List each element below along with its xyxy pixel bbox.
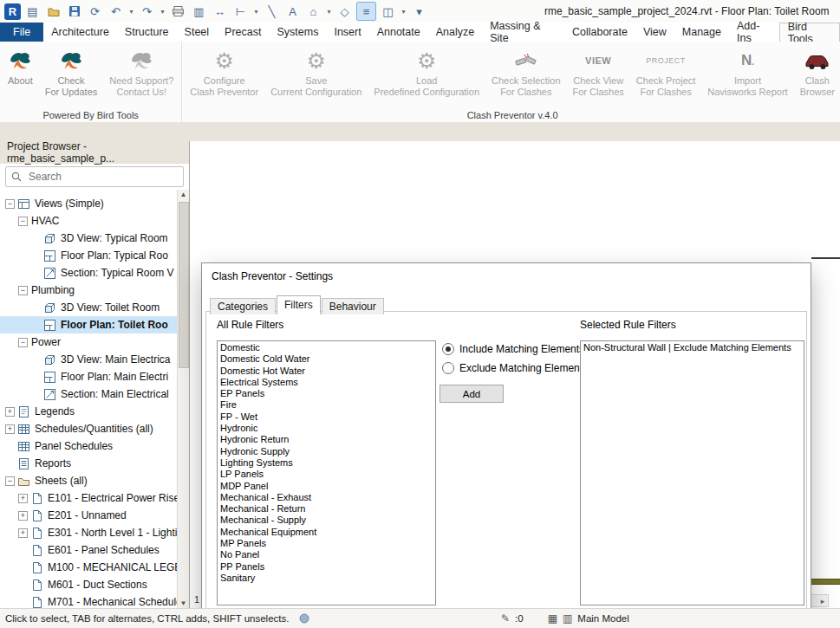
collapse-icon[interactable]: − <box>5 476 15 486</box>
thin-lines-icon[interactable]: ≡ <box>356 2 376 21</box>
dialog-tab-filters[interactable]: Filters <box>277 295 321 314</box>
add-button[interactable]: Add <box>440 385 504 403</box>
tree-item-e201-unnamed[interactable]: +E201 - Unnamed <box>0 507 189 524</box>
scrollbar-thumb[interactable] <box>179 202 189 368</box>
sync-with-central-icon[interactable]: ⟳ <box>86 3 104 20</box>
rule-filter-option[interactable]: Hydronic Return <box>218 434 435 445</box>
scroll-up-icon[interactable]: ▲ <box>178 190 189 200</box>
selected-rule-filters-listbox[interactable]: Non-Structural Wall | Exclude Matching E… <box>580 340 804 605</box>
ribbon-tab-analyze[interactable]: Analyze <box>428 23 482 42</box>
tree-item-3d-view-main-electrica[interactable]: 3D View: Main Electrica <box>0 351 189 368</box>
rule-filter-option[interactable]: Sanitary <box>218 573 435 584</box>
ribbon-tab-bird-tools[interactable]: Bird Tools <box>779 23 840 42</box>
save-icon[interactable] <box>65 3 83 20</box>
tree-item-views-simple[interactable]: −Views (Simple) <box>0 195 189 212</box>
collapse-icon[interactable]: − <box>18 286 28 295</box>
rule-filter-option[interactable]: Mechanical - Supply <box>218 515 435 526</box>
expand-icon[interactable]: + <box>5 424 15 434</box>
ribbon-tab-manage[interactable]: Manage <box>674 23 729 42</box>
preview-icon[interactable]: ▥ <box>190 3 208 20</box>
design-options-icon[interactable]: ▥ <box>563 612 572 625</box>
need-support-button[interactable]: Need Support?Contact Us! <box>103 42 179 97</box>
undo-icon[interactable]: ↶ <box>107 3 125 20</box>
check-for-updates-button[interactable]: CheckFor Updates <box>39 42 104 97</box>
measure-icon[interactable]: ↔ <box>211 3 229 20</box>
rule-filter-option[interactable]: Hydronic <box>218 423 435 434</box>
tree-item-3d-view-toilet-room[interactable]: 3D View: Toilet Room <box>0 299 189 316</box>
customize-qat-icon[interactable]: ▾ <box>410 3 428 20</box>
ribbon-tab-architecture[interactable]: Architecture <box>43 23 117 42</box>
tree-item-section-typical-room-v[interactable]: Section: Typical Room V <box>0 264 189 282</box>
expand-icon[interactable]: + <box>18 511 28 521</box>
selected-rule-filter-item[interactable]: Non-Structural Wall | Exclude Matching E… <box>581 342 804 353</box>
rule-filter-option[interactable]: EP Panels <box>218 388 435 399</box>
scroll-right-icon[interactable]: ▸ <box>817 597 828 605</box>
all-rule-filters-listbox[interactable]: DomesticDomestic Cold WaterDomestic Hot … <box>217 340 436 605</box>
tree-item-e601-panel-schedules[interactable]: E601 - Panel Schedules <box>0 541 189 559</box>
tree-item-floor-plan-typical-roo[interactable]: Floor Plan: Typical Roo <box>0 247 189 264</box>
worksets-icon[interactable]: ▦ <box>548 612 557 625</box>
check-view-for-clashes-button[interactable]: VIEWCheck ViewFor Clashes <box>567 42 630 97</box>
tree-item-e101-electrical-power-riser-d[interactable]: +E101 - Electrical Power Riser D <box>0 489 189 507</box>
rule-filter-option[interactable]: FP - Wet <box>218 411 435 423</box>
tree-item-schedules-quantities-all[interactable]: +Schedules/Quantities (all) <box>0 420 189 437</box>
ribbon-tab-steel[interactable]: Steel <box>177 23 218 42</box>
search-input[interactable] <box>27 170 178 184</box>
tree-item-m701-mechanical-schedule[interactable]: M701 - Mechanical Schedule <box>0 593 189 609</box>
ribbon-tab-annotate[interactable]: Annotate <box>369 23 428 42</box>
radio-unselected-icon[interactable] <box>442 362 454 374</box>
switch-windows-dropdown-icon[interactable]: ▾ <box>400 8 407 16</box>
open-file-icon[interactable] <box>44 3 62 20</box>
revit-logo[interactable]: R <box>4 3 21 20</box>
collapse-icon[interactable]: − <box>18 217 28 226</box>
tree-item-legends[interactable]: +Legends <box>0 403 189 420</box>
exclude-matching-radio[interactable]: Exclude Matching Elements <box>442 362 588 374</box>
tree-item-floor-plan-main-electri[interactable]: Floor Plan: Main Electri <box>0 368 189 385</box>
rule-filter-option[interactable]: Electrical Systems <box>218 377 435 388</box>
workspace-icon[interactable]: ▤ <box>23 3 42 20</box>
rule-filter-option[interactable]: Fire <box>218 399 435 411</box>
tree-item-hvac[interactable]: −HVAC <box>0 212 189 230</box>
communication-center-icon[interactable] <box>299 613 309 624</box>
include-matching-radio[interactable]: Include Matching Elements <box>442 343 584 355</box>
tree-item-panel-schedules[interactable]: Panel Schedules <box>0 437 189 455</box>
rule-filter-option[interactable]: MP Panels <box>218 538 435 549</box>
rule-filter-option[interactable]: No Panel <box>218 549 435 560</box>
clash-browser-button[interactable]: ClashBrowser <box>794 42 840 97</box>
undo-dropdown-icon[interactable]: ▾ <box>127 8 135 16</box>
ribbon-tab-insert[interactable]: Insert <box>326 23 368 42</box>
about-button[interactable]: About <box>2 42 39 87</box>
print-icon[interactable] <box>169 3 187 20</box>
expand-icon[interactable]: + <box>18 528 28 538</box>
tree-item-3d-view-typical-room[interactable]: 3D View: Typical Room <box>0 230 189 247</box>
configure-clash-preventor-button[interactable]: ⚙ConfigureClash Preventor <box>184 42 264 97</box>
tree-item-plumbing[interactable]: −Plumbing <box>0 282 189 299</box>
ribbon-tab-structure[interactable]: Structure <box>117 23 177 42</box>
rule-filter-option[interactable]: PP Panels <box>218 561 435 573</box>
load-predefined-configuration-button[interactable]: ⚙LoadPredefined Configuration <box>368 42 485 97</box>
tree-item-section-main-electrical[interactable]: Section: Main Electrical <box>0 385 189 403</box>
rule-filter-option[interactable]: Mechanical Equipment <box>218 527 435 538</box>
ribbon-tab-systems[interactable]: Systems <box>269 23 326 42</box>
editing-requests-icon[interactable]: ✎ <box>501 612 510 625</box>
aligned-dimension-dropdown-icon[interactable]: ▾ <box>252 8 260 16</box>
expand-icon[interactable]: + <box>18 494 28 503</box>
rule-filter-option[interactable]: MDP Panel <box>218 481 435 492</box>
rule-filter-option[interactable]: Domestic Hot Water <box>218 366 435 377</box>
model-line-icon[interactable]: ╲ <box>263 3 281 20</box>
rule-filter-option[interactable]: Lighting Systems <box>218 457 435 469</box>
rule-filter-option[interactable]: Domestic <box>218 342 435 353</box>
tree-item-e301-north-level-1-lightin[interactable]: +E301 - North Level 1 - Lightin <box>0 524 189 541</box>
aligned-dimension-icon[interactable]: ⊢ <box>231 3 250 20</box>
rule-filter-option[interactable]: Mechanical - Return <box>218 503 435 515</box>
ribbon-tab-collaborate[interactable]: Collaborate <box>564 23 635 42</box>
radio-selected-icon[interactable] <box>442 343 454 355</box>
tree-item-reports[interactable]: Reports <box>0 455 189 472</box>
expand-icon[interactable]: + <box>5 407 15 417</box>
rule-filter-option[interactable]: Domestic Cold Water <box>218 353 435 365</box>
project-browser-header[interactable]: Project Browser - rme_basic_sample_p... <box>0 141 189 164</box>
active-design-option[interactable]: Main Model <box>577 613 628 624</box>
redo-dropdown-icon[interactable]: ▾ <box>159 8 166 16</box>
check-project-for-clashes-button[interactable]: PROJECTCheck ProjectFor Clashes <box>630 42 701 97</box>
check-selection-for-clashes-button[interactable]: Check SelectionFor Clashes <box>485 42 567 97</box>
